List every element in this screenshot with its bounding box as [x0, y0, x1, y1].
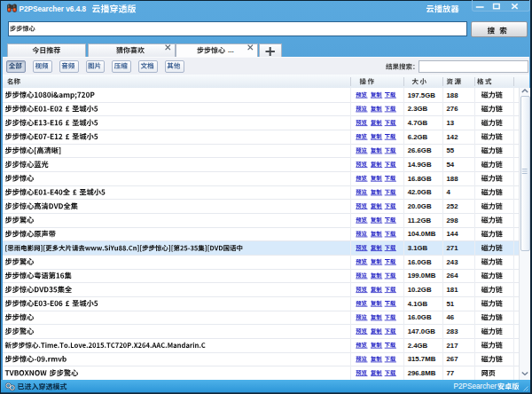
svg-text:197.5GB: 197.5GB	[408, 91, 436, 99]
svg-text:42.0GB: 42.0GB	[408, 188, 432, 196]
svg-text:315.7MB: 315.7MB	[408, 355, 436, 363]
svg-text:...: ...	[228, 46, 234, 54]
svg-text:55: 55	[447, 146, 455, 154]
svg-text:283: 283	[447, 327, 459, 335]
svg-text:4.1GB: 4.1GB	[408, 300, 428, 308]
svg-text:4.7GB: 4.7GB	[408, 119, 428, 127]
svg-text:26.6GB: 26.6GB	[408, 146, 432, 154]
svg-text:14.9GB: 14.9GB	[408, 161, 432, 169]
svg-text:P2PSearcher: P2PSearcher	[454, 382, 497, 390]
svg-text:6.2GB: 6.2GB	[408, 133, 428, 141]
svg-text:2.4GB: 2.4GB	[408, 342, 428, 350]
svg-text:3.1GB: 3.1GB	[408, 244, 428, 252]
svg-text:16.0GB: 16.0GB	[408, 258, 432, 266]
svg-text:181: 181	[447, 286, 459, 294]
svg-text:199.0MB: 199.0MB	[408, 272, 436, 280]
svg-text:144: 144	[447, 230, 459, 238]
svg-text:77: 77	[447, 369, 455, 377]
svg-text:4: 4	[447, 188, 451, 196]
svg-text:46: 46	[447, 313, 455, 321]
svg-text:188: 188	[447, 91, 459, 99]
svg-text:147.0GB: 147.0GB	[408, 327, 436, 335]
svg-text:296.8MB: 296.8MB	[408, 369, 436, 377]
svg-text:2.3GB: 2.3GB	[408, 105, 428, 113]
svg-text:217: 217	[447, 342, 458, 350]
svg-text:51: 51	[447, 300, 455, 308]
svg-text:13: 13	[447, 119, 455, 127]
svg-text:276: 276	[447, 105, 459, 113]
svg-text:298: 298	[447, 217, 459, 225]
svg-text:54: 54	[447, 161, 455, 169]
svg-text:20.0GB: 20.0GB	[408, 202, 432, 210]
svg-text:142: 142	[447, 133, 459, 141]
svg-text:104.0MB: 104.0MB	[408, 230, 436, 238]
svg-text:11.2GB: 11.2GB	[408, 217, 432, 225]
svg-text:264: 264	[447, 272, 459, 280]
svg-text:252: 252	[447, 202, 459, 210]
svg-text:243: 243	[447, 258, 459, 266]
svg-text:271: 271	[447, 244, 459, 252]
svg-text:P2PSearcher v6.4.8: P2PSearcher v6.4.8	[20, 5, 87, 13]
svg-text:267: 267	[447, 355, 458, 363]
svg-text:188: 188	[447, 175, 459, 183]
svg-text:16.8GB: 16.8GB	[408, 175, 432, 183]
svg-text:10.2GB: 10.2GB	[408, 286, 432, 294]
svg-text:16.0GB: 16.0GB	[408, 313, 432, 321]
